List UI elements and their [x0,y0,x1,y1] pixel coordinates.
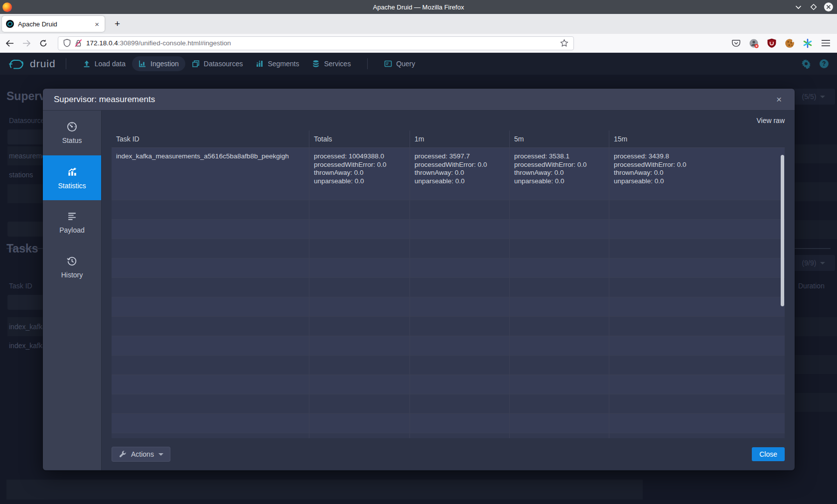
tab-apache-druid[interactable]: Apache Druid × [2,16,105,32]
tab-payload[interactable]: Payload [43,200,101,245]
empty-cell [509,394,609,413]
druid-wordmark: druid [30,58,56,70]
query-icon [384,60,392,68]
close-button[interactable]: Close [752,447,785,461]
tab-status[interactable]: Status [43,111,101,155]
column-header-5m: 5m [509,130,609,147]
empty-cell [410,317,509,336]
extension-asterisk-icon[interactable] [802,38,813,49]
empty-cell [112,297,309,316]
empty-cell [112,220,309,239]
tasks-taskid-column: Task ID [9,282,32,290]
empty-cell [609,220,785,239]
tab-history[interactable]: History [43,245,101,290]
reload-button[interactable] [36,36,51,50]
column-header-15m: 15m [609,130,785,147]
back-button[interactable] [2,36,17,50]
insecure-lock-icon[interactable] [74,39,82,47]
empty-cell [410,220,509,239]
table-row-empty [112,375,785,394]
settings-gear-icon[interactable] [801,59,811,69]
nav-item-ingestion[interactable]: Ingestion [132,56,185,71]
column-header-totals: Totals [309,130,410,147]
empty-cell [609,200,785,219]
window-minimize-icon[interactable] [794,3,803,11]
empty-cell [410,433,509,438]
table-scrollbar-thumb[interactable] [781,155,784,306]
empty-cell [309,433,410,438]
modal-title: Supervisor: measurements [54,95,773,105]
empty-cell [309,239,410,258]
empty-cell [410,200,509,219]
cookie-extension-icon[interactable] [784,38,795,49]
url-host: 172.18.0.4 [86,39,118,47]
new-tab-button[interactable]: + [112,18,123,29]
tab-close-icon[interactable]: × [93,20,101,28]
navbar-divider [66,58,66,69]
empty-cell [509,200,609,219]
shield-icon[interactable] [63,39,71,47]
segments-icon [256,60,264,68]
druid-logo-icon [8,57,25,70]
empty-cell [609,375,785,394]
empty-cell [112,414,309,433]
nav-item-load-data[interactable]: Load data [76,56,132,71]
empty-cell [609,394,785,413]
chevron-down-icon [820,262,825,264]
empty-cell [509,433,609,438]
chevron-down-icon [820,96,825,98]
tab-statistics[interactable]: Statistics [43,155,101,200]
nav-item-label: Ingestion [150,60,179,68]
table-row-empty [112,219,785,239]
empty-cell [609,239,785,258]
actions-button[interactable]: Actions [112,447,170,462]
empty-cell [410,258,509,277]
empty-cell [509,278,609,297]
forward-button[interactable] [19,36,34,50]
modal-close-icon[interactable]: × [773,93,785,106]
table-row-empty [112,316,785,336]
empty-cell [509,356,609,375]
column-header-1m: 1m [410,130,509,147]
status-gauge-icon [67,122,77,132]
help-icon[interactable]: ? [819,59,829,69]
modal-main: View raw Task ID Totals 1m 5m 15m index_… [102,111,795,470]
task-id-cell: index_kafka_measurements_a5616c5ba8afb8b… [112,148,309,200]
url-path: :30899/unified-console.html#ingestion [118,39,231,47]
druid-brand[interactable]: druid [8,57,56,70]
nav-item-query[interactable]: Query [378,56,421,71]
url-text[interactable]: 172.18.0.4:30899/unified-console.html#in… [86,39,560,47]
empty-cell [309,375,410,394]
window-maximize-icon[interactable] [809,3,818,11]
nav-item-datasources[interactable]: Datasources [185,56,250,71]
tasks-duration-column: Duration [798,282,825,290]
window-close-icon[interactable] [824,2,833,11]
chevron-down-icon [158,453,163,456]
empty-cell [309,258,410,277]
url-bar[interactable]: 172.18.0.4:30899/unified-console.html#in… [58,36,574,50]
privacy-extension-icon[interactable] [748,38,759,49]
empty-cell [309,200,410,219]
browser-toolbar: 172.18.0.4:30899/unified-console.html#in… [0,34,837,53]
empty-cell [509,258,609,277]
empty-cell [509,336,609,355]
pocket-icon[interactable] [730,38,741,49]
view-raw-link[interactable]: View raw [756,117,785,125]
empty-cell [609,297,785,316]
empty-cell [309,220,410,239]
nav-item-services[interactable]: Services [305,56,357,71]
nav-item-segments[interactable]: Segments [249,56,305,71]
supervisors-count: (5/5) [802,93,817,101]
navbar-divider [367,58,368,69]
datasources-icon [192,60,200,68]
empty-cell [509,220,609,239]
bookmark-star-icon[interactable] [560,39,568,47]
empty-cell [309,278,410,297]
empty-cell [609,258,785,277]
menu-hamburger-icon[interactable] [820,38,831,49]
empty-cell [112,356,309,375]
screen: Apache Druid — Mozilla Firefox Apache Dr… [0,0,837,504]
empty-cell [309,394,410,413]
empty-cell [410,278,509,297]
ublock-origin-icon[interactable] [766,38,777,49]
